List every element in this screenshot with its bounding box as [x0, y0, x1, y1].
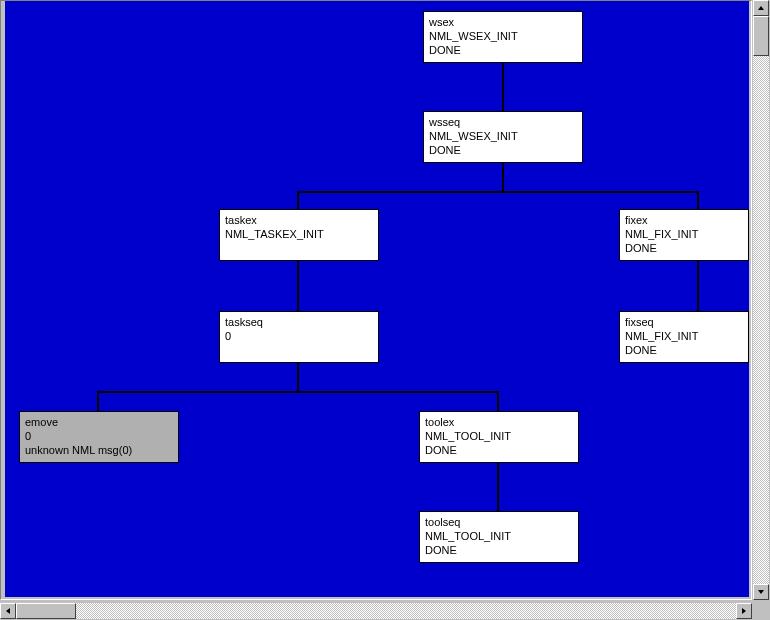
- node-status: DONE: [429, 43, 577, 57]
- node-taskex[interactable]: taskex NML_TASKEX_INIT: [219, 209, 379, 261]
- node-cmd: NML_WSEX_INIT: [429, 129, 577, 143]
- svg-marker-0: [758, 6, 764, 10]
- scroll-right-button[interactable]: [736, 603, 752, 619]
- horizontal-scrollbar[interactable]: [0, 602, 752, 620]
- edge: [297, 361, 299, 391]
- scrollbar-corner: [752, 602, 770, 620]
- edge: [697, 261, 699, 311]
- node-status: unknown NML msg(0): [25, 443, 173, 457]
- node-status: DONE: [425, 443, 573, 457]
- node-name: toolex: [425, 415, 573, 429]
- edge: [502, 63, 504, 111]
- triangle-up-icon: [757, 4, 765, 12]
- node-fixex[interactable]: fixex NML_FIX_INIT DONE: [619, 209, 749, 261]
- edge: [697, 191, 699, 209]
- node-cmd: NML_FIX_INIT: [625, 329, 743, 343]
- triangle-right-icon: [740, 607, 748, 615]
- node-emove[interactable]: emove 0 unknown NML msg(0): [19, 411, 179, 463]
- node-cmd: NML_TASKEX_INIT: [225, 227, 373, 241]
- node-wsseq[interactable]: wsseq NML_WSEX_INIT DONE: [423, 111, 583, 163]
- node-name: wsseq: [429, 115, 577, 129]
- edge: [297, 191, 699, 193]
- svg-marker-1: [758, 590, 764, 594]
- vertical-scroll-thumb[interactable]: [753, 16, 769, 56]
- scroll-up-button[interactable]: [753, 0, 769, 16]
- node-cmd: NML_TOOL_INIT: [425, 429, 573, 443]
- node-cmd: NML_FIX_INIT: [625, 227, 743, 241]
- edge: [497, 391, 499, 411]
- node-cmd: 0: [25, 429, 173, 443]
- horizontal-scroll-track[interactable]: [16, 603, 736, 619]
- node-status: DONE: [429, 143, 577, 157]
- node-cmd: NML_WSEX_INIT: [429, 29, 577, 43]
- scroll-down-button[interactable]: [753, 584, 769, 600]
- node-name: wsex: [429, 15, 577, 29]
- svg-marker-2: [6, 608, 10, 614]
- node-name: emove: [25, 415, 173, 429]
- node-toolseq[interactable]: toolseq NML_TOOL_INIT DONE: [419, 511, 579, 563]
- horizontal-scroll-thumb[interactable]: [16, 603, 76, 619]
- edge: [502, 161, 504, 191]
- node-toolex[interactable]: toolex NML_TOOL_INIT DONE: [419, 411, 579, 463]
- node-status: DONE: [625, 343, 743, 357]
- node-cmd: NML_TOOL_INIT: [425, 529, 573, 543]
- edge: [297, 191, 299, 209]
- edge: [97, 391, 499, 393]
- window-frame: wsex NML_WSEX_INIT DONE wsseq NML_WSEX_I…: [0, 0, 770, 620]
- node-name: toolseq: [425, 515, 573, 529]
- diagram-canvas[interactable]: wsex NML_WSEX_INIT DONE wsseq NML_WSEX_I…: [5, 1, 749, 597]
- edge: [297, 261, 299, 311]
- edge: [97, 391, 99, 411]
- node-name: fixseq: [625, 315, 743, 329]
- vertical-scroll-track[interactable]: [753, 16, 769, 584]
- scroll-left-button[interactable]: [0, 603, 16, 619]
- node-name: taskseq: [225, 315, 373, 329]
- edge: [497, 463, 499, 511]
- node-name: fixex: [625, 213, 743, 227]
- node-status: DONE: [625, 241, 743, 255]
- triangle-left-icon: [4, 607, 12, 615]
- node-wsex[interactable]: wsex NML_WSEX_INIT DONE: [423, 11, 583, 63]
- triangle-down-icon: [757, 588, 765, 596]
- node-fixseq[interactable]: fixseq NML_FIX_INIT DONE: [619, 311, 749, 363]
- node-taskseq[interactable]: taskseq 0: [219, 311, 379, 363]
- node-cmd: 0: [225, 329, 373, 343]
- vertical-scrollbar[interactable]: [752, 0, 770, 600]
- node-name: taskex: [225, 213, 373, 227]
- node-status: DONE: [425, 543, 573, 557]
- svg-marker-3: [742, 608, 746, 614]
- diagram-viewport: wsex NML_WSEX_INIT DONE wsseq NML_WSEX_I…: [0, 0, 752, 600]
